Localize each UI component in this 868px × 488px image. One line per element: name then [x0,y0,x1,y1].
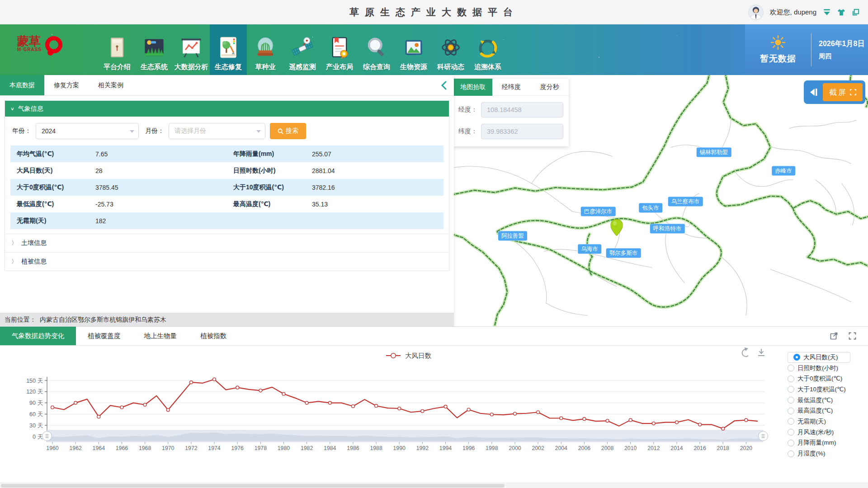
data-point[interactable] [166,408,170,412]
map-city-label[interactable]: 呼和浩特市 [650,224,685,234]
data-point[interactable] [375,404,378,408]
screenshot-button[interactable]: 截屏 [823,83,863,101]
horizontal-scrollbar[interactable] [0,483,868,488]
metric-radio-4[interactable]: 大于10度积温(℃) [788,384,850,395]
nav-item-4[interactable]: 生态修复 [210,24,247,75]
metric-radio-1[interactable]: 大风日数(天) [788,352,850,363]
metric-radio-2[interactable]: 日照时数(小时) [788,363,850,374]
nav-item-2[interactable]: 生态系统 [136,24,173,75]
coordinate-tab-3[interactable]: 度分秒 [530,79,569,96]
metric-radio-7[interactable]: 无霜期(天) [788,416,850,427]
panel-collapse-button[interactable] [434,75,454,95]
fullscreen-icon[interactable] [849,332,856,340]
map-city-label[interactable]: 鄂尔多斯市 [606,249,641,258]
data-point[interactable] [421,409,424,413]
download-icon[interactable] [758,349,764,356]
month-select[interactable]: 请选择月份 [169,123,265,139]
data-point[interactable] [514,412,517,415]
metric-radio-8[interactable]: 月风速(米/秒) [788,427,850,438]
metric-radio-10[interactable]: 月湿度(%) [788,448,850,459]
map-city-label[interactable]: 锡林郭勒盟 [697,148,731,157]
map-city-label[interactable]: 阿拉善盟 [498,231,527,241]
data-point[interactable] [467,408,470,411]
data-point[interactable] [352,405,355,408]
left-tab-2[interactable]: 修复方案 [44,75,89,95]
bottom-tab-2[interactable]: 植被覆盖度 [76,327,132,345]
map-pin-icon[interactable] [611,219,623,238]
nav-item-5[interactable]: 草种业 [247,24,284,75]
data-point[interactable] [398,407,401,410]
search-button[interactable]: 搜索 [270,123,306,139]
data-point[interactable] [583,418,586,421]
nav-item-1[interactable]: 平台介绍 [99,24,136,75]
data-point[interactable] [143,403,146,406]
coordinate-tab-1[interactable]: 地图拾取 [454,79,492,96]
bottom-tab-4[interactable]: 植被指数 [189,327,238,345]
data-point[interactable] [537,411,540,414]
map-city-label[interactable]: 巴彦淖尔市 [581,207,616,216]
bottom-tab-1[interactable]: 气象数据趋势变化 [0,327,76,345]
refresh-icon[interactable] [742,349,748,357]
dropdown-icon[interactable] [823,8,831,16]
data-point[interactable] [652,422,655,425]
avatar[interactable] [748,5,764,20]
data-point[interactable] [675,421,679,424]
open-in-new-icon[interactable] [830,332,838,340]
scrollbar-thumb[interactable] [1,484,505,488]
map-area[interactable]: 锡林郭勒盟赤峰市乌兰察布市包头市巴彦淖尔市呼和浩特市阿拉善盟乌海市鄂尔多斯市 地… [454,75,868,326]
map-city-label[interactable]: 包头市 [639,203,662,213]
metric-radio-9[interactable]: 月降雨量(mm) [788,438,850,449]
windows-restore-icon[interactable] [852,8,860,16]
left-tab-3[interactable]: 相关案例 [89,75,133,95]
brand-logo[interactable]: 蒙草 M·GRASS [17,35,62,53]
data-point[interactable] [74,401,77,404]
nav-item-11[interactable]: 追溯体系 [469,24,506,75]
data-point[interactable] [189,381,193,384]
nav-item-10[interactable]: 科研动态 [432,24,469,75]
year-select[interactable]: 2024 [36,123,139,139]
trend-chart[interactable]: 0 天30 天60 天90 天120 天150 天196019621964196… [0,346,782,481]
section-1[interactable]: 〉土壤信息 [5,234,449,252]
map-city-label[interactable]: 赤峰市 [772,166,795,176]
metric-radio-6[interactable]: 最高温度(℃) [788,405,850,416]
data-point[interactable] [97,415,100,418]
nav-item-8[interactable]: 综合查询 [358,24,395,75]
data-point[interactable] [629,418,632,422]
theme-tshirt-icon[interactable] [837,8,845,16]
collapse-left-icon[interactable] [808,87,818,97]
legend-marker-icon[interactable] [391,353,396,358]
section-2[interactable]: 〉植被信息 [5,252,449,271]
x-axis-label: 1984 [324,445,336,451]
weather-info-header[interactable]: ∨ 气象信息 [5,101,449,117]
nav-item-6[interactable]: 遥感监测 [284,24,321,75]
map-city-label[interactable]: 乌海市 [578,244,601,254]
data-point[interactable] [490,413,493,416]
data-point[interactable] [213,378,216,381]
nav-item-3[interactable]: 大数据分析 [173,24,210,75]
data-point[interactable] [606,419,609,422]
legend-label[interactable]: 大风日数 [405,352,432,359]
data-point[interactable] [120,406,123,409]
data-point[interactable] [560,417,563,420]
data-point[interactable] [282,392,285,395]
metric-radio-3[interactable]: 大于0度积温(℃) [788,373,850,384]
nav-item-7[interactable]: 产业布局 [321,24,358,75]
longitude-input[interactable]: 108.184458 [481,102,563,117]
data-point[interactable] [444,405,447,408]
coordinate-tab-2[interactable]: 经纬度 [492,79,531,96]
data-point[interactable] [722,427,725,430]
data-point[interactable] [698,423,702,426]
data-point[interactable] [305,401,308,404]
nav-item-9[interactable]: 生物资源 [395,24,432,75]
data-point[interactable] [259,389,262,392]
data-point[interactable] [236,386,239,389]
latitude-input[interactable]: 39.983362 [481,124,563,139]
metric-radio-5[interactable]: 最低温度(℃) [788,395,850,406]
bottom-tab-3[interactable]: 地上生物量 [132,327,189,345]
left-tab-1[interactable]: 本底数据 [0,75,44,95]
data-point[interactable] [51,406,54,409]
data-point[interactable] [745,418,748,422]
map-city-label[interactable]: 乌兰察布市 [668,197,703,206]
data-point[interactable] [328,401,331,404]
nav-items: 平台介绍生态系统大数据分析生态修复草种业遥感监测产业布局综合查询生物资源科研动态… [99,24,506,75]
